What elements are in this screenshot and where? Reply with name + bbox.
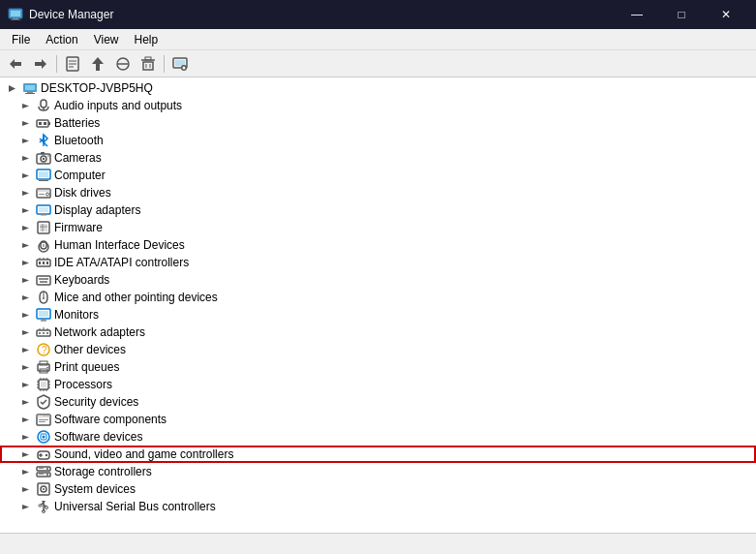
svg-marker-10 (92, 57, 104, 71)
device-label: Print queues (54, 360, 119, 374)
svg-point-96 (43, 332, 45, 334)
tree-item[interactable]: Monitors (0, 306, 756, 323)
svg-rect-24 (25, 85, 35, 90)
tree-item[interactable]: Display adapters (0, 201, 756, 219)
minimize-button[interactable]: — (615, 0, 659, 29)
svg-marker-22 (9, 85, 15, 92)
root-expand-icon[interactable] (4, 80, 19, 96)
menu-file[interactable]: File (4, 31, 38, 48)
menu-view[interactable]: View (86, 31, 127, 48)
expand-icon[interactable] (17, 481, 33, 497)
root-label: DESKTOP-JVBP5HQ (41, 81, 153, 95)
tree-item[interactable]: Human Interface Devices (0, 236, 756, 254)
toolbar-properties[interactable] (61, 53, 84, 75)
device-icon (36, 446, 51, 462)
tree-item[interactable]: Network adapters (0, 323, 756, 341)
tree-item[interactable]: Firmware (0, 219, 756, 236)
expand-icon[interactable] (17, 464, 33, 479)
expand-icon[interactable] (17, 377, 33, 392)
expand-icon[interactable] (17, 324, 33, 340)
expand-icon[interactable] (17, 272, 33, 288)
svg-marker-27 (22, 104, 29, 108)
menu-action[interactable]: Action (38, 31, 85, 48)
svg-point-97 (46, 332, 48, 334)
tree-item[interactable]: Universal Serial Bus controllers (0, 498, 756, 515)
tree-item[interactable]: Print queues (0, 358, 756, 376)
tree-item[interactable]: Security devices (0, 393, 756, 411)
device-label: Batteries (54, 116, 100, 130)
svg-marker-101 (22, 348, 29, 353)
device-label: IDE ATA/ATAPI controllers (54, 256, 189, 269)
tree-item[interactable]: Storage controllers (0, 463, 756, 480)
menu-help[interactable]: Help (127, 31, 166, 48)
toolbar-scan[interactable] (168, 53, 192, 75)
svg-rect-15 (145, 57, 151, 60)
tree-item[interactable]: Computer (0, 167, 756, 184)
svg-rect-72 (46, 262, 48, 264)
toolbar-forward[interactable] (29, 53, 52, 75)
toolbar-back[interactable] (4, 53, 27, 75)
tree-item[interactable]: Bluetooth (0, 132, 756, 149)
device-icon (36, 168, 51, 183)
tree-item[interactable]: Keyboards (0, 271, 756, 289)
device-label: Other devices (54, 343, 126, 356)
tree-item[interactable]: Audio inputs and outputs (0, 97, 756, 114)
close-button[interactable]: ✕ (704, 0, 748, 29)
expand-icon[interactable] (17, 359, 33, 375)
toolbar-disable[interactable] (111, 53, 135, 75)
svg-rect-130 (39, 419, 48, 420)
tree-item[interactable]: System devices (0, 480, 756, 498)
expand-icon[interactable] (17, 499, 33, 514)
expand-icon[interactable] (17, 98, 33, 113)
tree-item[interactable]: IDE ATA/ATAPI controllers (0, 254, 756, 271)
expand-icon[interactable] (17, 290, 33, 305)
svg-marker-132 (22, 435, 29, 440)
expand-icon[interactable] (17, 429, 33, 445)
svg-point-129 (41, 416, 43, 417)
expand-icon[interactable] (17, 307, 33, 323)
tree-item[interactable]: Software devices (0, 428, 756, 446)
expand-icon[interactable] (17, 115, 33, 131)
tree-item[interactable]: Processors (0, 376, 756, 393)
device-icon (36, 499, 51, 514)
window-controls: — □ ✕ (615, 0, 748, 29)
tree-item[interactable]: Sound, video and game controllers (0, 446, 756, 463)
toolbar-update-driver[interactable] (86, 53, 109, 75)
tree-item[interactable]: Software components (0, 411, 756, 428)
device-tree[interactable]: DESKTOP-JVBP5HQ Audio inputs and outputs… (0, 77, 756, 533)
expand-icon[interactable] (17, 342, 33, 357)
svg-marker-45 (22, 173, 29, 178)
tree-item[interactable]: Batteries (0, 114, 756, 132)
device-label: Bluetooth (54, 134, 104, 147)
svg-rect-49 (39, 180, 48, 181)
device-icon (36, 464, 51, 479)
svg-marker-68 (22, 261, 29, 265)
expand-icon[interactable] (17, 168, 33, 183)
svg-marker-55 (22, 208, 29, 213)
tree-item[interactable]: Cameras (0, 149, 756, 167)
expand-icon[interactable] (17, 133, 33, 148)
expand-icon[interactable] (17, 220, 33, 235)
svg-marker-149 (22, 487, 29, 492)
device-label: Software components (54, 413, 166, 426)
expand-icon[interactable] (17, 446, 33, 462)
svg-rect-71 (43, 262, 45, 264)
expand-icon[interactable] (17, 412, 33, 427)
expand-icon[interactable] (17, 255, 33, 270)
tree-item[interactable]: Mice and other pointing devices (0, 289, 756, 306)
tree-item[interactable]: Disk drives (0, 184, 756, 201)
tree-root[interactable]: DESKTOP-JVBP5HQ (0, 79, 756, 97)
svg-marker-104 (22, 365, 29, 370)
toolbar-sep-2 (164, 55, 165, 73)
toolbar-uninstall[interactable] (136, 53, 160, 75)
expand-icon[interactable] (17, 394, 33, 410)
svg-point-135 (43, 436, 45, 439)
expand-icon[interactable] (17, 237, 33, 253)
expand-icon[interactable] (17, 202, 33, 218)
maximize-button[interactable]: □ (659, 0, 704, 29)
tree-item[interactable]: ? Other devices (0, 341, 756, 358)
expand-icon[interactable] (17, 150, 33, 166)
expand-icon[interactable] (17, 185, 33, 200)
svg-rect-81 (41, 278, 43, 280)
device-icon: ? (36, 342, 51, 357)
